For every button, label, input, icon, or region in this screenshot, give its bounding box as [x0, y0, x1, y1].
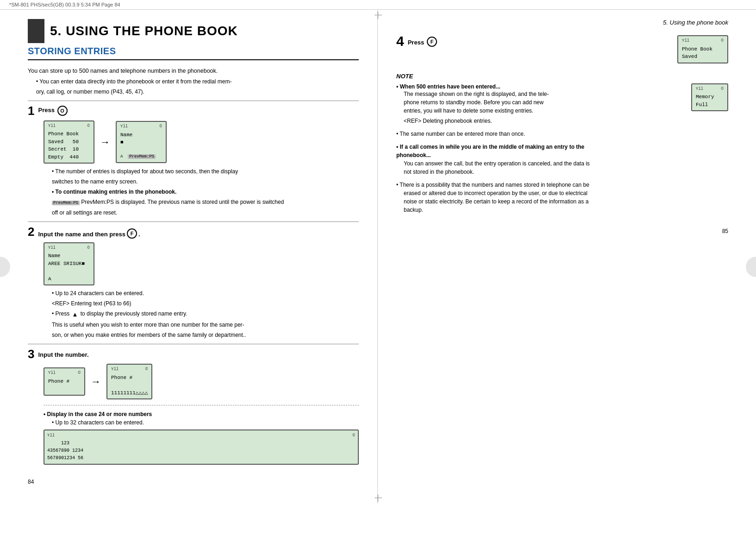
step1-note1b: switches to the name entry screen.	[52, 177, 359, 186]
step2-note2-rest: to display the previously stored name en…	[81, 310, 187, 317]
note-item-3: • If a call comes in while you are in th…	[396, 143, 728, 176]
step1-note2-title: • To continue making entries in the phon…	[52, 188, 359, 196]
note-item4-body4: backup.	[404, 206, 728, 214]
right-page: 5. Using the phone book 4 Press F Yll© P…	[378, 10, 756, 504]
note-item1-body3: entries, you will have to delete some ex…	[404, 107, 682, 115]
section-title: STORING ENTRIES	[28, 46, 359, 57]
step2-note2: • Press ▲ to display the previously stor…	[52, 310, 359, 319]
deco-circle-right	[746, 257, 756, 277]
chapter-header: 5. USING THE PHONE BOOK	[28, 19, 359, 43]
note-item1-subbullet: <REF> Deleting phonebook entries.	[404, 117, 682, 125]
step1-arrow: →	[100, 136, 110, 148]
step1-note2-body-text: PrevMem:PS is displayed. The previous na…	[81, 199, 284, 205]
step3-screens: Yll© Phone # → Yll© Phone # 11111111△△△△	[44, 364, 359, 399]
note-item1-body2: phone returns to standby mode. Before yo…	[404, 98, 682, 107]
note-item1-body: The message shown on the right is displa…	[404, 90, 682, 98]
intro-line1: You can store up to 500 names and teleph…	[28, 67, 359, 76]
step1-screens: Yll© Phone Book Saved 50 Secret 10 Empty…	[44, 120, 359, 164]
prevmem-label: PrevMem:PS	[128, 154, 156, 159]
step1-header: 1 Press O	[28, 106, 359, 117]
note-title: NOTE	[396, 73, 728, 80]
step4-screen: Yll© Phone Book Saved	[677, 35, 728, 63]
step4-number: 4	[396, 34, 404, 48]
step1-note2-body: PrevMem:PS PrevMem:PS is displayed. The …	[52, 198, 359, 207]
crosshair-bottom	[375, 494, 382, 502]
note-item1-title: • When 500 entries have been entered...	[396, 83, 682, 90]
note-item4-body3: noise or static electricity. Be certain …	[404, 197, 728, 206]
step4-label: Press	[408, 37, 424, 47]
note-item-2: • The same number can be entered more th…	[396, 130, 728, 138]
step2-note2-body2: son, or when you make entries for member…	[52, 331, 359, 339]
note-item4-body2: erased or altered due to incorrect opera…	[404, 189, 728, 197]
divider2	[28, 221, 359, 222]
step2-header: 2 Input the name and then press F .	[28, 227, 359, 239]
step2-period: .	[138, 228, 140, 239]
step1-note1: • The number of entries is displayed for…	[52, 167, 359, 176]
step2-label: Input the name and then press	[38, 228, 125, 239]
step1-content: Yll© Phone Book Saved 50 Secret 10 Empty…	[44, 120, 359, 217]
step2-note2-body: This is useful when you wish to enter mo…	[52, 321, 359, 329]
chapter-title: 5. USING THE PHONE BOOK	[50, 24, 238, 38]
note-item3-title: • If a call comes in while you are in th…	[396, 143, 728, 151]
step4-screen-wrap: Yll© Phone Book Saved	[677, 35, 728, 63]
step4-block: 4 Press F Yll© Phone Book Saved	[396, 35, 728, 63]
note-item-4: • There is a possibility that the number…	[396, 181, 728, 214]
step1-block: 1 Press O Yll© Phone Book Saved 50 Secre…	[28, 106, 359, 217]
note-item2-body: • The same number can be entered more th…	[396, 130, 728, 138]
step3-header: 3 Input the number.	[28, 349, 359, 360]
step3-screen3-wrap: Yll© 123 43567890 1234 5678901234 56	[44, 430, 359, 465]
note-item1-screen-wrap: Yll© Memory Full	[691, 83, 728, 125]
note-item3-title2: phonebook...	[396, 151, 728, 159]
divider1	[28, 101, 359, 101]
step3-block: 3 Input the number. Yll© Phone # → Yll© …	[28, 349, 359, 465]
divider3	[28, 344, 359, 344]
right-page-title: 5. Using the phone book	[396, 19, 728, 26]
step2-press-label: • Press	[52, 310, 69, 317]
page-header: *SM-801 PHS/sec5(GB) 00.3.9 5:34 PM Page…	[0, 0, 756, 10]
step2-cross-ref: <REF> Entering text (P63 to 66)	[52, 299, 359, 308]
display-note1: • Display in the case 24 or more numbers	[44, 411, 359, 417]
step1-label: Press	[38, 105, 54, 114]
step3-screen1: Yll© Phone #	[44, 367, 85, 396]
up-arrow-icon: ▲	[72, 310, 78, 319]
dashed-divider	[44, 405, 359, 405]
note-item3-body2: not stored in the phonebook.	[404, 168, 728, 176]
step1-note2-body2: off or all settings are reset.	[52, 208, 359, 217]
chapter-block	[28, 19, 44, 43]
step2-content: Yll© Name AREE SRISUK■ A • Up to 24 char…	[44, 242, 359, 339]
step1-number: 1	[28, 105, 34, 117]
note-item3-body: You can answer the call, but the entry o…	[404, 159, 728, 168]
note-item1-screen: Yll© Memory Full	[691, 83, 728, 112]
step2-number: 2	[28, 226, 34, 238]
prevmem-inline: PrevMem:PS	[52, 201, 80, 205]
intro-bullet1: • You can enter data directly into the p…	[36, 77, 359, 86]
step3-screen2: Yll© Phone # 11111111△△△△	[106, 364, 152, 399]
step2-screen: Yll© Name AREE SRISUK■ A	[44, 242, 94, 286]
step4-button[interactable]: F	[427, 37, 437, 47]
display-note2: • Up to 32 characters can be entered.	[52, 418, 359, 427]
page-number-left: 84	[28, 479, 359, 485]
step2-block: 2 Input the name and then press F . Yll©…	[28, 227, 359, 339]
step2-note1: • Up to 24 characters can be entered.	[52, 289, 359, 297]
intro-bullet1b: ory, call log, or number memo (P43, 45, …	[36, 88, 359, 96]
left-page: 5. USING THE PHONE BOOK STORING ENTRIES …	[0, 10, 378, 504]
main-divider	[28, 59, 359, 60]
note-item-1: • When 500 entries have been entered... …	[396, 83, 728, 125]
step1-screen2: Yll© Name ■ A PrevMem:PS	[116, 121, 167, 163]
step4-row: 4 Press F Yll© Phone Book Saved	[396, 35, 728, 63]
step3-screen3: Yll© 123 43567890 1234 5678901234 56	[44, 430, 359, 465]
step2-screens: Yll© Name AREE SRISUK■ A	[44, 242, 359, 286]
step2-button[interactable]: F	[127, 228, 137, 239]
deco-circle-left	[0, 257, 10, 277]
step1-screen1: Yll© Phone Book Saved 50 Secret 10 Empty…	[44, 120, 94, 164]
header-left: *SM-801 PHS/sec5(GB) 00.3.9 5:34 PM Page…	[9, 2, 120, 7]
step1-button[interactable]: O	[57, 106, 68, 116]
step3-content: Yll© Phone # → Yll© Phone # 11111111△△△△…	[44, 364, 359, 465]
step3-label: Input the number.	[38, 349, 88, 359]
note-item4-body: • There is a possibility that the number…	[396, 181, 728, 189]
step3-arrow: →	[91, 376, 101, 388]
note-section: NOTE • When 500 entries have been entere…	[396, 73, 728, 214]
page-number-right: 85	[396, 228, 728, 234]
step3-number: 3	[28, 348, 34, 360]
